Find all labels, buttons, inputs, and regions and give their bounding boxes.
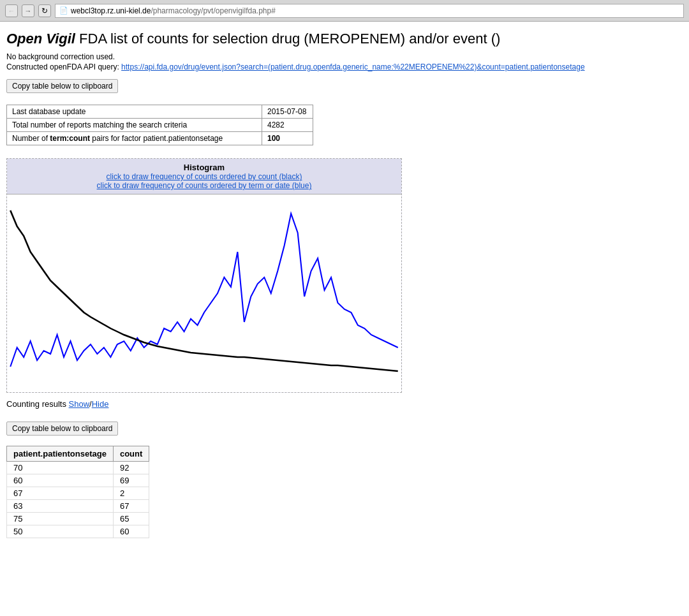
table-cell: 60	[7, 474, 114, 487]
histogram-header: Histogram click to draw frequency of cou…	[7, 159, 401, 194]
table-cell: 92	[113, 462, 149, 474]
table-cell: 67	[113, 500, 149, 513]
page-icon: 📄	[59, 6, 68, 15]
table-cell: 69	[113, 474, 149, 487]
info-table-value: 4282	[262, 119, 313, 132]
info-table: Last database update2015-07-08Total numb…	[6, 105, 313, 145]
info-table-row: Last database update2015-07-08	[7, 105, 313, 119]
histogram-container: Histogram click to draw frequency of cou…	[6, 158, 402, 393]
address-bar[interactable]: 📄 webcl3top.rz.uni-kiel.de/pharmacology/…	[55, 4, 684, 18]
table-row: 6069	[7, 474, 149, 487]
page-content: Open Vigil FDA list of counts for select…	[0, 22, 689, 543]
info-table-row: Number of term:count pairs for factor pa…	[7, 132, 313, 145]
url-domain: webcl3top.rz.uni-kiel.de	[71, 6, 151, 15]
back-button[interactable]: ←	[5, 4, 18, 17]
counting-label: Counting results	[6, 399, 66, 409]
table-row: 7565	[7, 513, 149, 525]
api-url-link[interactable]: https://api.fda.gov/drug/event.json?sear…	[121, 62, 584, 71]
table-cell: 67	[7, 487, 114, 500]
table-cell: 50	[7, 525, 114, 538]
table-cell: 60	[113, 525, 149, 538]
table-row: 5060	[7, 525, 149, 538]
data-table: patient.patientonsetagecount 70926069672…	[6, 446, 149, 538]
table-cell: 65	[113, 513, 149, 525]
table-cell: 75	[7, 513, 114, 525]
histogram-chart	[7, 194, 401, 392]
data-table-header: count	[113, 446, 149, 462]
copy-button-top[interactable]: Copy table below to clipboard	[6, 79, 118, 93]
api-query-label: Constructed openFDA API query: https://a…	[6, 62, 683, 71]
table-row: 672	[7, 487, 149, 500]
info-table-label: Number of term:count pairs for factor pa…	[7, 132, 262, 145]
browser-chrome: ← → ↻ 📄 webcl3top.rz.uni-kiel.de/pharmac…	[0, 0, 689, 22]
table-cell: 63	[7, 500, 114, 513]
table-row: 6367	[7, 500, 149, 513]
info-table-label: Total number of reports matching the sea…	[7, 119, 262, 132]
info-table-value: 100	[262, 132, 313, 145]
info-table-value: 2015-07-08	[262, 105, 313, 119]
histogram-link-black[interactable]: click to draw frequency of counts ordere…	[11, 172, 397, 181]
data-table-header: patient.patientonsetage	[7, 446, 114, 462]
hide-link[interactable]: Hide	[92, 399, 109, 409]
copy-button-bottom[interactable]: Copy table below to clipboard	[6, 422, 118, 436]
data-table-header-row: patient.patientonsetagecount	[7, 446, 149, 462]
histogram-svg	[7, 194, 401, 392]
info-table-label: Last database update	[7, 105, 262, 119]
page-title: Open Vigil FDA list of counts for select…	[6, 31, 683, 47]
show-link[interactable]: Show	[69, 399, 90, 409]
info-table-row: Total number of reports matching the sea…	[7, 119, 313, 132]
counting-section: Counting results Show/Hide	[6, 399, 683, 409]
table-cell: 2	[113, 487, 149, 500]
table-row: 7092	[7, 462, 149, 474]
reload-button[interactable]: ↻	[38, 4, 51, 17]
table-cell: 70	[7, 462, 114, 474]
no-background-text: No background correction used.	[6, 52, 683, 61]
histogram-link-blue[interactable]: click to draw frequency of counts ordere…	[11, 181, 397, 190]
url-path: /pharmacology/pvt/openvigilfda.php#	[151, 6, 275, 15]
forward-button[interactable]: →	[22, 4, 34, 17]
histogram-title: Histogram	[11, 163, 397, 172]
